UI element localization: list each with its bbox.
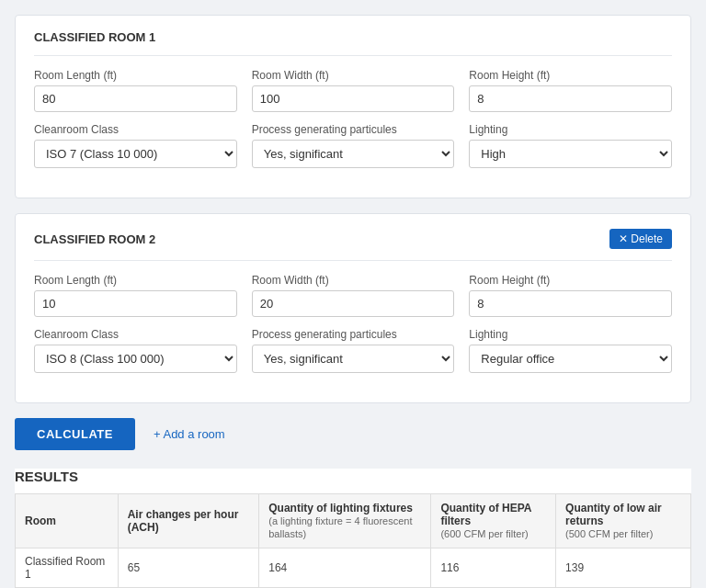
results-section: RESULTS Room Air changes per hour (ACH) … xyxy=(15,469,691,588)
room1-height-group: Room Height (ft) xyxy=(469,69,672,112)
col-room: Room xyxy=(16,494,119,548)
room2-process-group: Process generating particules Yes, signi… xyxy=(252,328,455,373)
row1-lighting: 164 xyxy=(259,548,431,588)
room1-lighting-label: Lighting xyxy=(469,123,672,136)
room1-lighting-group: Lighting High Regular office Low xyxy=(469,123,672,168)
room2-lighting-select[interactable]: High Regular office Low xyxy=(469,345,672,373)
room2-height-input[interactable] xyxy=(469,290,672,317)
room2-width-input[interactable] xyxy=(252,290,455,317)
room2-width-label: Room Width (ft) xyxy=(252,274,455,287)
room2-title: CLASSIFIED ROOM 2 xyxy=(34,232,155,246)
row1-hepa: 116 xyxy=(431,548,556,588)
room1-height-label: Room Height (ft) xyxy=(469,69,672,82)
room2-class-label: Cleanroom Class xyxy=(34,328,237,341)
row1-room: Classified Room 1 xyxy=(16,548,119,588)
room2-title-bar: CLASSIFIED ROOM 2 ✕ Delete xyxy=(34,229,672,261)
room1-width-group: Room Width (ft) xyxy=(252,69,455,112)
room2-class-group: Cleanroom Class ISO 7 (Class 10 000) ISO… xyxy=(34,328,237,373)
room2-card: CLASSIFIED ROOM 2 ✕ Delete Room Length (… xyxy=(15,213,691,403)
room1-class-select[interactable]: ISO 7 (Class 10 000) ISO 8 (Class 100 00… xyxy=(34,140,237,168)
room1-card: CLASSIFIED ROOM 1 Room Length (ft) Room … xyxy=(15,15,691,198)
room1-row2: Cleanroom Class ISO 7 (Class 10 000) ISO… xyxy=(34,123,672,168)
results-table-header: Room Air changes per hour (ACH) Quantity… xyxy=(16,494,691,548)
room1-process-select[interactable]: Yes, significant No, not significant xyxy=(252,140,455,168)
room2-process-label: Process generating particules xyxy=(252,328,455,341)
results-table: Room Air changes per hour (ACH) Quantity… xyxy=(15,493,691,588)
col-ach: Air changes per hour (ACH) xyxy=(118,494,259,548)
room2-length-label: Room Length (ft) xyxy=(34,274,237,287)
room2-row1: Room Length (ft) Room Width (ft) Room He… xyxy=(34,274,672,317)
col-low-air-returns: Quantity of low air returns (500 CFM per… xyxy=(556,494,691,548)
col-hepa-filters: Quantity of HEPA filters (600 CFM per fi… xyxy=(431,494,556,548)
row1-ach: 65 xyxy=(118,548,259,588)
room2-process-select[interactable]: Yes, significant No, not significant xyxy=(252,345,455,373)
room2-class-select[interactable]: ISO 7 (Class 10 000) ISO 8 (Class 100 00… xyxy=(34,345,237,373)
room1-row1: Room Length (ft) Room Width (ft) Room He… xyxy=(34,69,672,112)
room2-lighting-label: Lighting xyxy=(469,328,672,341)
room1-title-bar: CLASSIFIED ROOM 1 xyxy=(34,30,672,56)
room2-width-group: Room Width (ft) xyxy=(252,274,455,317)
calculate-button[interactable]: CALCULATE xyxy=(15,418,135,450)
room1-title: CLASSIFIED ROOM 1 xyxy=(34,30,155,44)
table-row: Classified Room 1 65 164 116 139 xyxy=(16,548,691,588)
room1-width-label: Room Width (ft) xyxy=(252,69,455,82)
room1-length-label: Room Length (ft) xyxy=(34,69,237,82)
add-room-link[interactable]: + Add a room xyxy=(154,427,225,441)
room1-length-group: Room Length (ft) xyxy=(34,69,237,112)
room1-height-input[interactable] xyxy=(469,85,672,112)
room2-height-group: Room Height (ft) xyxy=(469,274,672,317)
room2-lighting-group: Lighting High Regular office Low xyxy=(469,328,672,373)
delete-room2-button[interactable]: ✕ Delete xyxy=(609,229,672,249)
row1-returns: 139 xyxy=(556,548,691,588)
room1-width-input[interactable] xyxy=(252,85,455,112)
room2-height-label: Room Height (ft) xyxy=(469,274,672,287)
room2-length-input[interactable] xyxy=(34,290,237,317)
room1-lighting-select[interactable]: High Regular office Low xyxy=(469,140,672,168)
room1-class-group: Cleanroom Class ISO 7 (Class 10 000) ISO… xyxy=(34,123,237,168)
results-title: RESULTS xyxy=(15,469,691,484)
room1-process-group: Process generating particules Yes, signi… xyxy=(252,123,455,168)
room1-class-label: Cleanroom Class xyxy=(34,123,237,136)
room1-process-label: Process generating particules xyxy=(252,123,455,136)
room2-length-group: Room Length (ft) xyxy=(34,274,237,317)
col-lighting-fixtures: Quantity of lighting fixtures (a lightin… xyxy=(259,494,431,548)
actions-row: CALCULATE + Add a room xyxy=(15,418,691,450)
room2-row2: Cleanroom Class ISO 7 (Class 10 000) ISO… xyxy=(34,328,672,373)
room1-length-input[interactable] xyxy=(34,85,237,112)
